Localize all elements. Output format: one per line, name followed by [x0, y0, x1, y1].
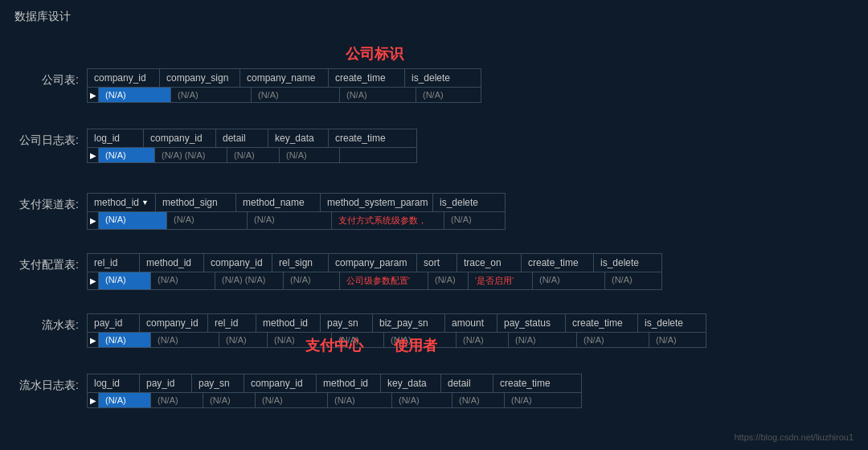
table-label-3: 支付配置表:	[14, 253, 87, 272]
header-col-4-3: method_id	[256, 314, 321, 332]
header-col-5-1: pay_id	[140, 374, 192, 392]
header-col-0-3: create_time	[329, 69, 405, 87]
header-col-1-4: create_time	[329, 129, 405, 147]
row-arrow-1: ▶	[88, 148, 99, 162]
body-col-4-6: (N/A)	[457, 333, 509, 347]
body-col-3-2: (N/A) (N/A)	[215, 272, 284, 289]
body-col-1-2: (N/A)	[227, 148, 280, 162]
header-col-5-7: create_time	[493, 374, 570, 392]
body-col-5-5: (N/A)	[392, 393, 452, 407]
db-table-3: rel_idmethod_idcompany_idrel_signcompany…	[87, 253, 662, 290]
body-col-4-1: (N/A)	[151, 333, 219, 347]
header-col-1-0: log_id	[88, 129, 144, 147]
table-label-1: 公司日志表:	[14, 129, 87, 148]
header-col-0-0: company_id	[88, 69, 160, 87]
db-table-2: method_id ▼method_signmethod_namemethod_…	[87, 193, 506, 230]
header-col-4-2: rel_id	[208, 314, 256, 332]
header-col-3-2: company_id	[204, 254, 272, 272]
header-col-2-0: method_id ▼	[88, 194, 156, 211]
body-col-3-7: (N/A)	[533, 272, 605, 289]
header-col-5-3: company_id	[244, 374, 317, 392]
body-col-0-2: (N/A)	[252, 88, 340, 102]
body-col-3-0: (N/A)	[99, 272, 151, 289]
header-col-2-1: method_sign	[156, 194, 236, 211]
body-col-2-0: (N/A)	[99, 212, 167, 229]
body-col-0-3: (N/A)	[340, 88, 416, 102]
body-col-3-6: '是否启用'	[469, 272, 533, 289]
header-col-0-4: is_delete	[405, 69, 469, 87]
table-label-0: 公司表:	[14, 68, 87, 88]
header-col-3-0: rel_id	[88, 254, 140, 272]
db-table-5: log_idpay_idpay_sncompany_idmethod_idkey…	[87, 374, 582, 408]
table-row-wrapper-3: 支付配置表:rel_idmethod_idcompany_idrel_signc…	[14, 253, 662, 290]
table-row-wrapper-2: 支付渠道表:method_id ▼method_signmethod_namem…	[14, 193, 506, 230]
body-col-1-4	[340, 148, 416, 162]
header-col-2-4: is_delete	[433, 194, 493, 211]
header-col-3-8: is_delete	[594, 254, 650, 272]
body-col-0-1: (N/A)	[171, 88, 252, 102]
header-col-4-7: pay_status	[497, 314, 566, 332]
row-arrow-3: ▶	[88, 272, 99, 289]
overlay-text-2-4: 使用者	[394, 336, 437, 355]
header-col-3-5: sort	[417, 254, 457, 272]
header-col-0-1: company_sign	[160, 69, 240, 87]
table-label-2: 支付渠道表:	[14, 193, 87, 212]
header-col-5-2: pay_sn	[192, 374, 244, 392]
body-col-3-1: (N/A)	[151, 272, 215, 289]
body-col-5-3: (N/A)	[256, 393, 328, 407]
body-col-4-8: (N/A)	[577, 333, 649, 347]
header-col-4-0: pay_id	[88, 314, 140, 332]
row-arrow-4: ▶	[88, 333, 99, 347]
row-arrow-5: ▶	[88, 393, 99, 407]
body-col-5-6: (N/A)	[452, 393, 505, 407]
body-col-4-2: (N/A)	[219, 333, 268, 347]
header-col-4-5: biz_pay_sn	[373, 314, 445, 332]
body-col-1-1: (N/A) (N/A)	[155, 148, 227, 162]
body-col-3-4: 公司级参数配置'	[340, 272, 428, 289]
header-col-3-1: method_id	[140, 254, 204, 272]
footer-link: https://blog.csdn.net/liuzhirou1	[734, 432, 854, 442]
header-col-4-1: company_id	[140, 314, 208, 332]
header-col-5-6: detail	[441, 374, 493, 392]
page-title: 数据库设计	[14, 10, 71, 24]
table-row-wrapper-1: 公司日志表:log_idcompany_iddetailkey_datacrea…	[14, 129, 417, 163]
table-row-wrapper-5: 流水日志表:log_idpay_idpay_sncompany_idmethod…	[14, 374, 582, 408]
body-col-1-3: (N/A)	[280, 148, 340, 162]
header-col-2-2: method_name	[236, 194, 321, 211]
row-arrow-2: ▶	[88, 212, 99, 229]
header-col-5-4: method_id	[317, 374, 381, 392]
db-table-1: log_idcompany_iddetailkey_datacreate_tim…	[87, 129, 417, 163]
body-col-1-0: (N/A)	[99, 148, 155, 162]
header-col-2-3: method_system_param	[321, 194, 433, 211]
body-col-4-7: (N/A)	[509, 333, 577, 347]
row-arrow-0: ▶	[88, 88, 99, 102]
header-col-4-9: is_delete	[638, 314, 694, 332]
body-col-0-4: (N/A)	[416, 88, 481, 102]
db-table-0: company_idcompany_signcompany_namecreate…	[87, 68, 481, 103]
body-col-2-4: (N/A)	[444, 212, 505, 229]
body-col-2-1: (N/A)	[167, 212, 248, 229]
body-col-4-0: (N/A)	[99, 333, 151, 347]
header-col-4-6: amount	[445, 314, 497, 332]
header-col-5-0: log_id	[88, 374, 140, 392]
body-col-5-0: (N/A)	[99, 393, 151, 407]
overlay-text-1-4: 支付中心	[305, 336, 363, 355]
header-col-3-6: trace_on	[457, 254, 522, 272]
body-col-2-2: (N/A)	[248, 212, 332, 229]
table-row-wrapper-0: 公司表:company_idcompany_signcompany_namecr…	[14, 68, 481, 103]
header-col-4-8: create_time	[566, 314, 638, 332]
header-col-3-7: create_time	[522, 254, 594, 272]
body-col-4-9: (N/A)	[649, 333, 706, 347]
body-col-5-4: (N/A)	[328, 393, 392, 407]
table-label-5: 流水日志表:	[14, 374, 87, 393]
header-col-3-4: company_param	[329, 254, 417, 272]
header-col-1-1: company_id	[144, 129, 216, 147]
header-col-1-3: key_data	[268, 129, 329, 147]
header-col-0-2: company_name	[240, 69, 329, 87]
body-col-2-3: 支付方式系统级参数，	[332, 212, 444, 229]
body-col-5-7: (N/A)	[505, 393, 581, 407]
header-col-5-5: key_data	[381, 374, 441, 392]
body-col-3-3: (N/A)	[284, 272, 340, 289]
body-col-5-2: (N/A)	[203, 393, 256, 407]
body-col-0-0: (N/A)	[99, 88, 171, 102]
